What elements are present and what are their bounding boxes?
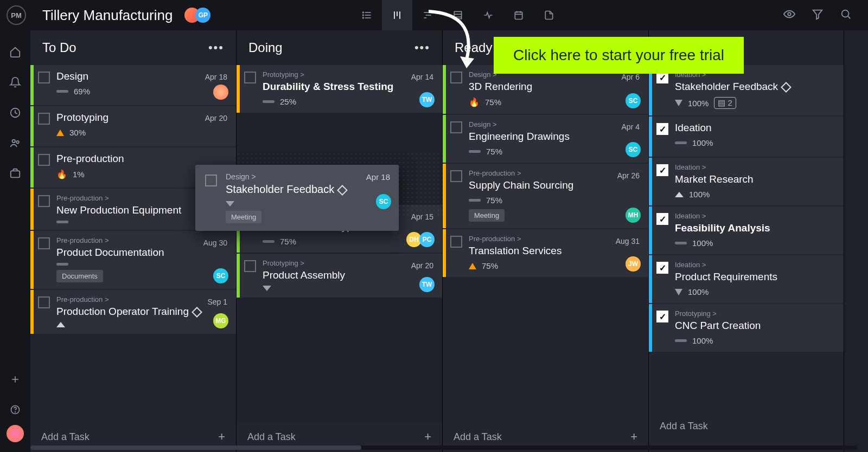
task-checkbox[interactable]: ✓ — [656, 213, 668, 225]
task-card[interactable]: Design >Engineering Drawings75%Apr 4SC — [443, 115, 648, 163]
status-stripe — [30, 147, 34, 188]
task-meta: 30% — [56, 128, 227, 137]
task-checkbox[interactable] — [450, 72, 462, 83]
task-card[interactable]: ✓Ideation >Market Research100% — [649, 158, 844, 205]
priority-down-icon — [675, 100, 682, 106]
task-meta: 75% — [469, 147, 640, 156]
task-checkbox[interactable] — [38, 195, 50, 207]
visibility-icon[interactable] — [783, 8, 795, 22]
task-meta — [263, 286, 433, 291]
assignee-avatar[interactable]: SC — [213, 268, 228, 283]
team-icon[interactable] — [4, 132, 26, 154]
column-title: Doing — [248, 40, 283, 55]
add-task-button[interactable]: Add a Task — [649, 411, 844, 441]
home-icon[interactable] — [4, 41, 26, 63]
task-meta: 100%▤ 2 — [675, 97, 835, 109]
task-date: Apr 18 — [366, 172, 390, 182]
assignee-avatar[interactable]: SC — [626, 142, 641, 157]
assignee-avatar[interactable]: MH — [626, 208, 641, 223]
svg-point-30 — [15, 412, 16, 412]
assignee-avatar[interactable]: JW — [626, 256, 641, 272]
task-checkbox[interactable]: ✓ — [656, 164, 668, 176]
task-date: Apr 4 — [622, 122, 640, 131]
column-menu-icon[interactable]: ••• — [208, 41, 224, 55]
task-date: Apr 6 — [622, 73, 640, 81]
view-board-icon[interactable] — [382, 0, 412, 30]
task-meta: 100% — [675, 190, 835, 199]
task-checkbox[interactable]: ✓ — [656, 311, 668, 322]
assignee-avatar[interactable]: SC — [376, 194, 391, 209]
task-card[interactable]: Pre-production >Translation Services75%A… — [443, 229, 648, 277]
status-stripe — [443, 164, 446, 228]
task-card[interactable]: ✓Ideation >Product Requirements100% — [649, 255, 844, 303]
view-activity-icon[interactable] — [473, 0, 503, 30]
horizontal-scrollbar[interactable] — [30, 445, 857, 450]
avatar[interactable]: GP — [195, 8, 210, 23]
task-checkbox[interactable] — [205, 175, 217, 186]
assignee-avatar[interactable]: TW — [419, 277, 435, 292]
assignee-avatar[interactable]: PC — [419, 232, 435, 247]
view-list-icon[interactable] — [352, 0, 382, 30]
task-checkbox[interactable] — [450, 121, 462, 133]
task-checkbox[interactable] — [450, 170, 462, 182]
assignee-avatar[interactable]: TW — [419, 92, 435, 107]
help-icon[interactable] — [4, 399, 26, 421]
task-card[interactable]: Prototyping >Durability & Stress Testing… — [237, 65, 442, 113]
task-card[interactable]: Pre-production >Product DocumentationDoc… — [30, 231, 236, 289]
task-checkbox[interactable]: ✓ — [656, 262, 668, 274]
task-checkbox[interactable] — [38, 154, 50, 166]
task-checkbox[interactable] — [38, 72, 50, 83]
task-card[interactable]: Design69%Apr 18 — [30, 65, 236, 105]
dragging-card[interactable]: Design > Stakeholder Feedback Apr 18 SC … — [195, 165, 399, 231]
task-card[interactable]: Prototyping30%Apr 20 — [30, 106, 236, 146]
task-checkbox[interactable] — [38, 113, 50, 125]
cta-banner[interactable]: Click here to start your free trial — [494, 37, 744, 74]
task-card[interactable]: Prototyping >Product AssemblyApr 20TW — [237, 254, 442, 298]
task-card[interactable]: ✓Prototyping >CNC Part Creation100% — [649, 304, 844, 352]
notifications-icon[interactable] — [4, 72, 26, 93]
task-progress: 100% — [688, 99, 709, 108]
recent-icon[interactable] — [4, 102, 26, 124]
assignee-avatar[interactable]: MG — [213, 313, 228, 328]
task-date: Sep 1 — [207, 298, 227, 306]
task-progress: 75% — [280, 237, 296, 246]
user-avatar[interactable] — [7, 425, 24, 442]
status-stripe — [649, 255, 652, 303]
column-menu-icon[interactable]: ••• — [414, 41, 430, 55]
task-meta: 25% — [263, 97, 433, 106]
task-meta: 100% — [675, 138, 835, 147]
assignee-avatar[interactable] — [213, 85, 228, 100]
status-stripe — [443, 115, 446, 163]
filter-icon[interactable] — [812, 8, 824, 22]
view-calendar-icon[interactable] — [503, 0, 534, 30]
task-checkbox[interactable] — [38, 296, 50, 308]
milestone-icon — [192, 307, 202, 318]
task-card[interactable]: Pre-production >Supply Chain Sourcing75%… — [443, 164, 648, 228]
task-checkbox[interactable]: ✓ — [656, 123, 668, 135]
task-meta: 75% — [469, 261, 640, 270]
task-checkbox[interactable] — [244, 72, 256, 83]
search-icon[interactable] — [840, 8, 852, 22]
team-avatars[interactable]: GP — [184, 8, 210, 23]
task-card[interactable]: Pre-production >Production Operator Trai… — [30, 290, 236, 334]
svg-line-22 — [848, 16, 851, 19]
chevron-down-icon — [226, 201, 234, 206]
task-checkbox[interactable] — [450, 236, 462, 248]
view-files-icon[interactable] — [534, 0, 564, 30]
task-card[interactable]: ✓Ideation >Feasibility Analysis100% — [649, 206, 844, 254]
task-card[interactable]: ✓Ideation100% — [649, 117, 844, 157]
task-date: Apr 20 — [411, 261, 433, 270]
portfolio-icon[interactable] — [4, 163, 26, 184]
assignee-avatar[interactable]: SC — [626, 93, 641, 108]
add-icon[interactable] — [4, 369, 26, 390]
view-sheet-icon[interactable] — [443, 0, 473, 30]
task-tag: Meeting — [226, 211, 261, 223]
task-checkbox[interactable] — [244, 260, 256, 272]
comments-icon[interactable]: ▤ 2 — [714, 97, 736, 109]
svg-point-21 — [842, 10, 849, 17]
app-logo[interactable]: PM — [7, 5, 26, 25]
task-title: Pre-production — [56, 153, 227, 165]
view-gantt-icon[interactable] — [412, 0, 443, 30]
top-bar: PM Tillery Manufacturing GP — [0, 0, 868, 30]
task-checkbox[interactable] — [38, 237, 50, 249]
